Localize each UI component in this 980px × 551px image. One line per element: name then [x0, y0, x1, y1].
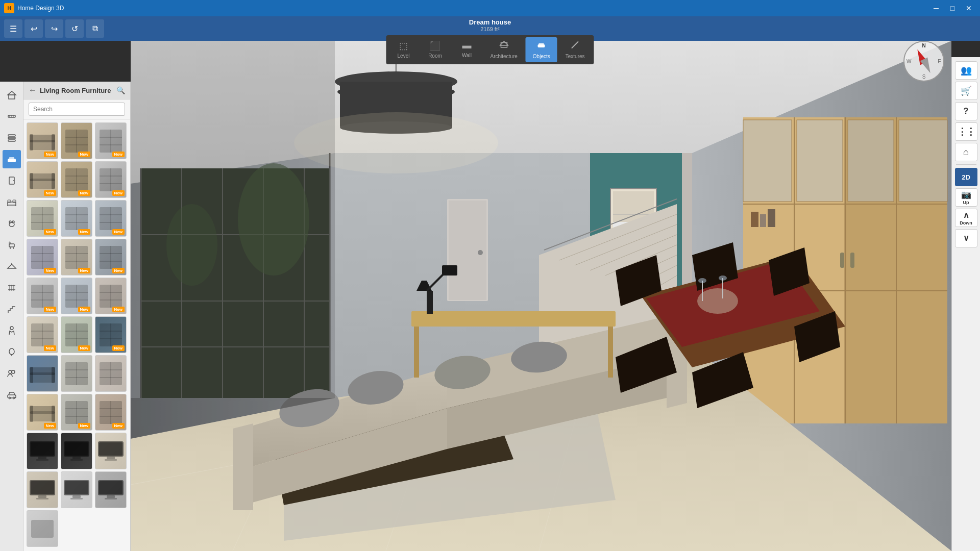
sidebar-layers-icon[interactable]	[3, 129, 21, 147]
furniture-item[interactable]	[95, 355, 127, 392]
sidebar-stairs-icon[interactable]	[3, 300, 21, 318]
sidebar-home-icon[interactable]	[3, 86, 21, 104]
furniture-item[interactable]: New	[61, 239, 92, 276]
level-icon: ⬚	[399, 40, 408, 52]
search-toggle-button[interactable]: 🔍	[116, 86, 125, 94]
furniture-item[interactable]: New	[61, 161, 92, 198]
tab-objects[interactable]: Objects	[526, 37, 557, 62]
sidebar-objects-icon[interactable]	[3, 150, 21, 168]
new-badge: New	[44, 152, 56, 157]
sidebar-chair-icon[interactable]	[3, 236, 21, 254]
svg-marker-5	[8, 91, 16, 95]
sidebar-plant-icon[interactable]	[3, 343, 21, 361]
sidebar-bed-icon[interactable]	[3, 193, 21, 211]
furniture-item[interactable]	[27, 433, 58, 469]
sidebar-hanger-icon[interactable]	[3, 257, 21, 276]
furniture-item[interactable]: New	[95, 239, 127, 276]
svg-point-268	[698, 278, 706, 283]
down-button[interactable]: ∨	[955, 229, 977, 247]
furniture-item[interactable]: New	[27, 239, 58, 276]
furniture-preview	[27, 243, 58, 271]
help-button[interactable]: ?	[955, 102, 977, 120]
furniture-item[interactable]	[95, 433, 127, 469]
sidebar-pet-icon[interactable]	[3, 214, 21, 233]
redo-button[interactable]: ↪	[45, 19, 63, 38]
furniture-item[interactable]	[95, 471, 127, 508]
tab-wall[interactable]: ▬ Wall	[451, 37, 482, 62]
furniture-item[interactable]: New	[61, 122, 92, 159]
2d-button[interactable]: 2D	[955, 168, 977, 186]
tab-level[interactable]: ⬚ Level	[388, 37, 419, 62]
furniture-preview	[27, 321, 58, 349]
furniture-item[interactable]: New	[95, 278, 127, 314]
project-size: 2169 ft²	[472, 26, 507, 33]
furniture-item[interactable]: New	[95, 316, 127, 353]
project-title: Dream house	[386, 16, 594, 26]
aerial-button[interactable]: 📷 Up	[955, 188, 977, 207]
furniture-preview	[27, 282, 58, 310]
furniture-item[interactable]	[61, 471, 92, 508]
furniture-item[interactable]	[27, 510, 58, 547]
sidebar-fence-icon[interactable]	[3, 279, 21, 297]
sidebar-ruler-icon[interactable]	[3, 107, 21, 126]
furniture-item[interactable]: New	[61, 200, 92, 237]
furniture-item[interactable]: New	[27, 394, 58, 431]
furniture-item[interactable]	[61, 355, 92, 392]
up-icon: ∧	[963, 210, 969, 220]
svg-rect-143	[36, 459, 48, 461]
minimize-button[interactable]: ─	[929, 1, 943, 15]
tab-room[interactable]: ⬛ Room	[420, 37, 450, 62]
maximize-button[interactable]: □	[945, 1, 960, 15]
menu-button[interactable]: ☰	[4, 19, 22, 38]
tab-textures[interactable]: Textures	[558, 37, 592, 62]
furniture-preview	[95, 360, 126, 388]
furniture-item[interactable]: New	[61, 316, 92, 353]
new-badge: New	[78, 345, 90, 351]
sidebar-door-icon[interactable]	[3, 171, 21, 190]
tab-architecture[interactable]: Architecture	[483, 37, 524, 62]
furniture-preview	[27, 360, 58, 388]
svg-rect-147	[70, 459, 83, 461]
furniture-item[interactable]	[27, 355, 58, 392]
new-badge: New	[78, 423, 90, 429]
furniture-item[interactable]: New	[95, 394, 127, 431]
sidebar-car-icon[interactable]	[3, 386, 21, 404]
furniture-preview	[95, 282, 126, 310]
furniture-item[interactable]: New	[95, 122, 127, 159]
furniture-item[interactable]: New	[27, 161, 58, 198]
search-input[interactable]	[29, 103, 125, 116]
people-button[interactable]: 👥	[955, 61, 977, 80]
new-badge: New	[78, 229, 90, 235]
svg-rect-159	[70, 498, 83, 499]
furniture-item[interactable]: New	[61, 394, 92, 431]
furniture-item[interactable]	[27, 471, 58, 508]
more-button[interactable]: ⋮⋮	[955, 122, 977, 141]
app-icon: H	[4, 3, 14, 13]
furniture-item[interactable]: New	[95, 200, 127, 237]
furniture-preview	[61, 243, 92, 271]
3d-viewport[interactable]	[131, 41, 951, 551]
up-button[interactable]: ∧ Down	[955, 209, 977, 227]
new-badge: New	[112, 307, 125, 312]
furniture-preview	[61, 476, 92, 504]
sidebar-person-icon[interactable]	[3, 321, 21, 340]
furniture-item[interactable]: New	[61, 278, 92, 314]
cart-button[interactable]: 🛒	[955, 82, 977, 100]
close-button[interactable]: ✕	[962, 1, 976, 15]
furniture-item[interactable]: New	[27, 200, 58, 237]
svg-rect-118	[30, 367, 33, 383]
back-button[interactable]: ←	[29, 86, 37, 95]
undo-button[interactable]: ↩	[24, 19, 43, 38]
copy-button[interactable]: ⧉	[86, 19, 104, 38]
rotate-button[interactable]: ↺	[65, 19, 84, 38]
sidebar-group-icon[interactable]	[3, 364, 21, 383]
furniture-item[interactable]: New	[95, 161, 127, 198]
account-button[interactable]: ⌂	[955, 143, 977, 161]
nav-tabs: ⬚ Level ⬛ Room ▬ Wall Architecture Objec…	[386, 35, 594, 64]
furniture-item[interactable]	[61, 433, 92, 469]
furniture-item[interactable]: New	[27, 316, 58, 353]
furniture-item[interactable]: New	[27, 278, 58, 314]
svg-rect-149	[99, 442, 122, 456]
furniture-item[interactable]: New	[27, 122, 58, 159]
svg-rect-12	[8, 137, 15, 139]
